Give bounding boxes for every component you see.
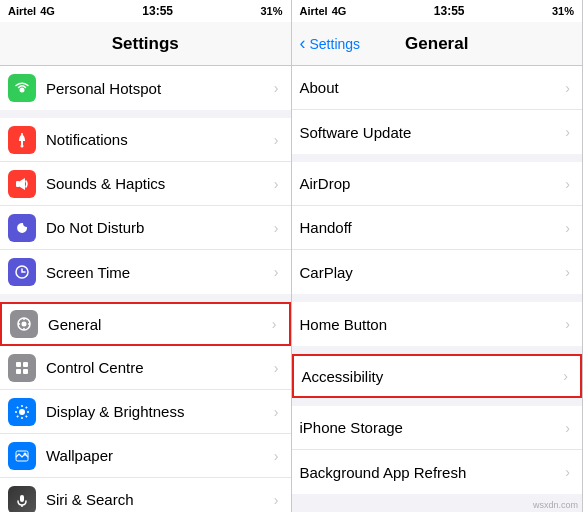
icon-general: [10, 310, 38, 338]
chevron-wallpaper: ›: [274, 448, 279, 464]
svg-rect-10: [23, 328, 25, 330]
item-backgroundapp[interactable]: Background App Refresh ›: [292, 450, 583, 494]
svg-point-2: [21, 144, 24, 147]
back-chevron-icon: ‹: [300, 33, 306, 54]
chevron-notifications: ›: [274, 132, 279, 148]
label-general: General: [48, 316, 272, 333]
chevron-sounds: ›: [274, 176, 279, 192]
time-right: 13:55: [434, 4, 465, 18]
chevron-screentime: ›: [274, 264, 279, 280]
item-wallpaper[interactable]: Wallpaper ›: [0, 434, 291, 478]
time-left: 13:55: [142, 4, 173, 18]
status-right-left: 31%: [260, 5, 282, 17]
svg-line-24: [17, 415, 18, 416]
chevron-software: ›: [565, 124, 570, 140]
right-divider-1: [292, 154, 583, 162]
status-left: Airtel 4G: [8, 5, 55, 17]
svg-point-17: [19, 409, 25, 415]
left-nav-bar: Settings: [0, 22, 291, 66]
item-control[interactable]: Control Centre ›: [0, 346, 291, 390]
svg-rect-15: [16, 369, 21, 374]
item-iphoneStorage[interactable]: iPhone Storage ›: [292, 406, 583, 450]
carrier-right: Airtel: [300, 5, 328, 17]
label-homebutton: Home Button: [300, 316, 566, 333]
left-nav-title: Settings: [112, 34, 179, 54]
section-2: Notifications › Sounds & Haptics ›: [0, 118, 291, 294]
label-airdrop: AirDrop: [300, 175, 566, 192]
svg-rect-4: [16, 181, 20, 187]
label-notifications: Notifications: [46, 131, 274, 148]
svg-point-0: [20, 88, 25, 93]
icon-control: [8, 354, 36, 382]
item-about[interactable]: About ›: [292, 66, 583, 110]
item-carplay[interactable]: CarPlay ›: [292, 250, 583, 294]
svg-point-27: [24, 452, 27, 455]
divider-2: [0, 294, 291, 302]
chevron-homebutton: ›: [565, 316, 570, 332]
item-airdrop[interactable]: AirDrop ›: [292, 162, 583, 206]
item-hotspot[interactable]: Personal Hotspot ›: [0, 66, 291, 110]
chevron-dnd: ›: [274, 220, 279, 236]
label-sounds: Sounds & Haptics: [46, 175, 274, 192]
left-panel: Airtel 4G 13:55 31% Settings: [0, 0, 292, 512]
back-label: Settings: [310, 36, 361, 52]
chevron-iphoneStorage: ›: [565, 420, 570, 436]
svg-rect-13: [16, 362, 21, 367]
item-screentime[interactable]: Screen Time ›: [0, 250, 291, 294]
right-panel: Airtel 4G 13:55 31% ‹ Settings General A…: [292, 0, 584, 512]
divider-1: [0, 110, 291, 118]
icon-sounds: [8, 170, 36, 198]
back-button[interactable]: ‹ Settings: [300, 33, 361, 54]
label-handoff: Handoff: [300, 219, 566, 236]
item-notifications[interactable]: Notifications ›: [0, 118, 291, 162]
icon-hotspot: [8, 74, 36, 102]
battery-right: 31%: [552, 5, 574, 17]
section-hotspot: Personal Hotspot ›: [0, 66, 291, 110]
svg-rect-28: [20, 495, 24, 502]
label-control: Control Centre: [46, 359, 274, 376]
icon-wallpaper: [8, 442, 36, 470]
right-divider-3: [292, 346, 583, 354]
item-handoff[interactable]: Handoff ›: [292, 206, 583, 250]
right-section-5: iPhone Storage › Background App Refresh …: [292, 406, 583, 494]
right-settings-list: About › Software Update › AirDrop › Hand…: [292, 66, 583, 512]
label-screentime: Screen Time: [46, 264, 274, 281]
chevron-control: ›: [274, 360, 279, 376]
item-siri[interactable]: Siri & Search ›: [0, 478, 291, 512]
item-dnd[interactable]: Do Not Disturb ›: [0, 206, 291, 250]
icon-notifications: [8, 126, 36, 154]
svg-rect-16: [23, 369, 28, 374]
svg-rect-1: [21, 141, 23, 145]
right-divider-4: [292, 398, 583, 406]
svg-marker-5: [20, 178, 25, 190]
label-display: Display & Brightness: [46, 403, 274, 420]
chevron-siri: ›: [274, 492, 279, 508]
right-nav-title: General: [405, 34, 468, 54]
item-general[interactable]: General ›: [0, 302, 291, 346]
item-homebutton[interactable]: Home Button ›: [292, 302, 583, 346]
section-3: General › Control Centre ›: [0, 302, 291, 512]
right-nav-bar: ‹ Settings General: [292, 22, 583, 66]
label-backgroundapp: Background App Refresh: [300, 464, 566, 481]
label-carplay: CarPlay: [300, 264, 566, 281]
item-display[interactable]: Display & Brightness ›: [0, 390, 291, 434]
svg-rect-11: [18, 323, 20, 325]
battery-left: 31%: [260, 5, 282, 17]
label-dnd: Do Not Disturb: [46, 219, 274, 236]
svg-line-22: [17, 406, 18, 407]
item-software[interactable]: Software Update ›: [292, 110, 583, 154]
network-right: 4G: [332, 5, 347, 17]
label-iphoneStorage: iPhone Storage: [300, 419, 566, 436]
item-accessibility[interactable]: Accessibility ›: [292, 354, 583, 398]
icon-dnd: [8, 214, 36, 242]
label-about: About: [300, 79, 566, 96]
left-status-bar: Airtel 4G 13:55 31%: [0, 0, 291, 22]
icon-display: [8, 398, 36, 426]
label-wallpaper: Wallpaper: [46, 447, 274, 464]
right-status-bar: Airtel 4G 13:55 31%: [292, 0, 583, 22]
label-software: Software Update: [300, 124, 566, 141]
svg-rect-14: [23, 362, 28, 367]
label-accessibility: Accessibility: [302, 368, 564, 385]
item-sounds[interactable]: Sounds & Haptics ›: [0, 162, 291, 206]
right-status-right: 31%: [552, 5, 574, 17]
